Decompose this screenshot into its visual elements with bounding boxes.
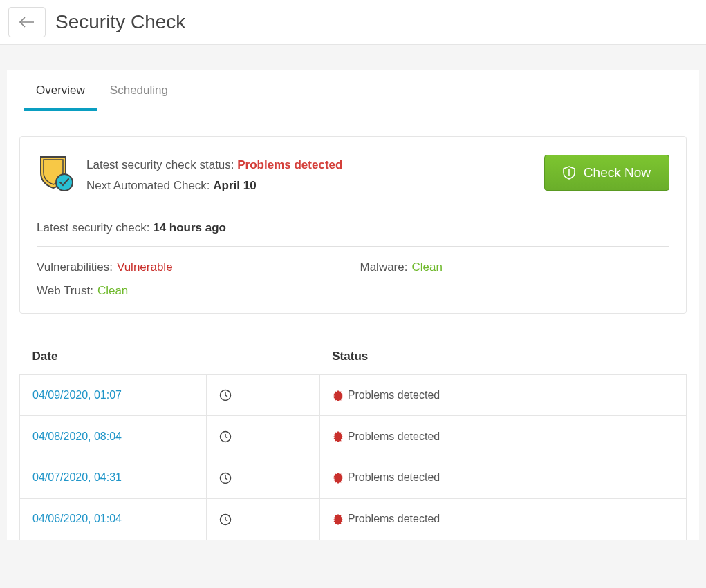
- next-check-label: Next Automated Check:: [86, 179, 210, 192]
- status-top-row: Latest security check status: Problems d…: [37, 155, 669, 196]
- page-header: Security Check: [0, 0, 706, 45]
- status-text: Latest security check status: Problems d…: [86, 155, 532, 196]
- metric-label: Malware:: [360, 260, 408, 274]
- arrow-left-icon: [19, 17, 35, 28]
- table-header-status: Status: [319, 339, 686, 375]
- table-row: 04/08/2020, 08:04Problems detected: [20, 416, 687, 457]
- table-row: 04/09/2020, 01:07Problems detected: [20, 374, 687, 416]
- date-link[interactable]: 04/09/2020, 01:07: [32, 389, 122, 401]
- status-text: Problems detected: [348, 513, 440, 524]
- metric-value: Vulnerable: [117, 260, 173, 274]
- tab-label: Scheduling: [110, 84, 168, 97]
- status-text: Problems detected: [348, 430, 440, 442]
- status-text: Problems detected: [348, 471, 440, 483]
- metric-label: Vulnerabilities:: [37, 260, 113, 274]
- bug-icon: [333, 431, 344, 442]
- metric-webtrust: Web Trust: Clean: [37, 284, 346, 298]
- metric-vulnerabilities: Vulnerabilities: Vulnerable: [37, 260, 346, 274]
- date-link[interactable]: 04/08/2020, 08:04: [32, 430, 122, 442]
- tab-overview[interactable]: Overview: [24, 70, 97, 111]
- table-header-date: Date: [20, 339, 320, 375]
- status-text: Problems detected: [348, 389, 440, 401]
- clock-icon: [219, 389, 232, 401]
- clock-icon: [219, 472, 232, 484]
- bug-icon: [333, 473, 344, 484]
- metrics-grid: Vulnerabilities: Vulnerable Malware: Cle…: [37, 260, 669, 298]
- latest-status-label: Latest security check status:: [86, 158, 234, 171]
- next-check-value: April 10: [213, 179, 256, 192]
- clock-icon: [219, 513, 232, 526]
- tab-content: Latest security check status: Problems d…: [7, 111, 699, 540]
- last-check-line: Latest security check: 14 hours ago: [37, 221, 669, 247]
- tabs-bar: Overview Scheduling: [7, 70, 699, 111]
- check-now-label: Check Now: [584, 165, 651, 180]
- last-check-label: Latest security check:: [37, 221, 149, 234]
- metric-value: Clean: [97, 284, 128, 298]
- bug-icon: [333, 514, 344, 525]
- back-button[interactable]: [8, 7, 46, 37]
- bug-icon: [333, 390, 344, 401]
- shield-icon: [563, 166, 575, 180]
- date-link[interactable]: 04/06/2020, 01:04: [32, 513, 122, 524]
- history-table: Date Status 04/09/2020, 01:07Problems de…: [19, 339, 687, 540]
- latest-status-value: Problems detected: [237, 158, 342, 171]
- table-row: 04/07/2020, 04:31Problems detected: [20, 457, 687, 499]
- table-row: 04/06/2020, 01:04Problems detected: [20, 498, 687, 540]
- shield-check-icon: [37, 155, 74, 192]
- main-card: Overview Scheduling: [7, 70, 699, 540]
- date-link[interactable]: 04/07/2020, 04:31: [32, 471, 122, 483]
- content-wrapper: Overview Scheduling: [0, 45, 706, 540]
- tab-scheduling[interactable]: Scheduling: [97, 70, 180, 111]
- check-now-button[interactable]: Check Now: [544, 155, 669, 191]
- metric-malware: Malware: Clean: [360, 260, 670, 274]
- status-card: Latest security check status: Problems d…: [19, 136, 687, 314]
- clock-icon: [219, 430, 232, 443]
- svg-point-0: [56, 174, 73, 191]
- metric-label: Web Trust:: [37, 284, 93, 298]
- page-title: Security Check: [55, 11, 185, 33]
- tab-label: Overview: [36, 84, 85, 97]
- last-check-value: 14 hours ago: [153, 221, 226, 234]
- metric-value: Clean: [411, 260, 442, 274]
